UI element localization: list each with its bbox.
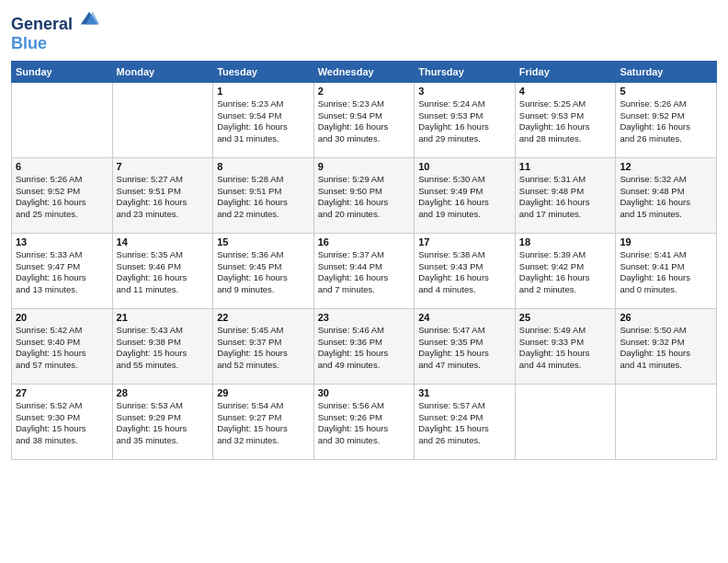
calendar-cell: 28Sunrise: 5:53 AMSunset: 9:29 PMDayligh… (112, 384, 213, 459)
day-number: 1 (217, 86, 310, 97)
calendar-cell (112, 82, 213, 157)
header: General Blue (11, 9, 717, 53)
day-number: 29 (217, 387, 310, 398)
day-info: Sunrise: 5:45 AMSunset: 9:37 PMDaylight:… (217, 325, 310, 372)
calendar-cell: 29Sunrise: 5:54 AMSunset: 9:27 PMDayligh… (213, 384, 314, 459)
logo-icon (79, 9, 99, 29)
day-info: Sunrise: 5:57 AMSunset: 9:24 PMDaylight:… (418, 400, 511, 447)
day-info: Sunrise: 5:39 AMSunset: 9:42 PMDaylight:… (519, 249, 612, 296)
day-number: 5 (620, 86, 712, 97)
calendar-cell: 25Sunrise: 5:49 AMSunset: 9:33 PMDayligh… (515, 308, 616, 384)
calendar-cell: 2Sunrise: 5:23 AMSunset: 9:54 PMDaylight… (313, 82, 415, 157)
day-info: Sunrise: 5:36 AMSunset: 9:45 PMDaylight:… (217, 249, 310, 296)
day-info: Sunrise: 5:42 AMSunset: 9:40 PMDaylight:… (16, 325, 108, 372)
calendar-cell: 1Sunrise: 5:23 AMSunset: 9:54 PMDaylight… (213, 82, 314, 157)
calendar-cell: 20Sunrise: 5:42 AMSunset: 9:40 PMDayligh… (12, 308, 113, 384)
header-saturday: Saturday (616, 61, 717, 82)
page-container: General Blue SundayMondayTuesdayWednesda… (0, 0, 728, 563)
calendar-cell: 4Sunrise: 5:25 AMSunset: 9:53 PMDaylight… (515, 82, 616, 157)
day-number: 27 (16, 387, 108, 398)
day-number: 11 (519, 161, 612, 172)
calendar-cell: 23Sunrise: 5:46 AMSunset: 9:36 PMDayligh… (313, 308, 415, 384)
day-number: 8 (217, 161, 310, 172)
calendar-cell: 24Sunrise: 5:47 AMSunset: 9:35 PMDayligh… (415, 308, 516, 384)
day-info: Sunrise: 5:27 AMSunset: 9:51 PMDaylight:… (117, 174, 210, 221)
calendar-cell: 17Sunrise: 5:38 AMSunset: 9:43 PMDayligh… (415, 233, 516, 308)
header-sunday: Sunday (12, 61, 113, 82)
day-number: 28 (117, 387, 210, 398)
logo-blue: Blue (11, 34, 99, 53)
calendar-cell: 21Sunrise: 5:43 AMSunset: 9:38 PMDayligh… (112, 308, 213, 384)
calendar-cell: 12Sunrise: 5:32 AMSunset: 9:48 PMDayligh… (616, 157, 717, 233)
day-info: Sunrise: 5:25 AMSunset: 9:53 PMDaylight:… (519, 98, 612, 145)
calendar-cell: 14Sunrise: 5:35 AMSunset: 9:46 PMDayligh… (112, 233, 213, 308)
day-number: 25 (519, 312, 612, 323)
day-info: Sunrise: 5:41 AMSunset: 9:41 PMDaylight:… (620, 249, 712, 296)
day-number: 2 (318, 86, 411, 97)
day-info: Sunrise: 5:43 AMSunset: 9:38 PMDaylight:… (117, 325, 210, 372)
day-number: 30 (318, 387, 411, 398)
logo: General Blue (11, 9, 99, 53)
day-number: 31 (418, 387, 511, 398)
calendar-table: SundayMondayTuesdayWednesdayThursdayFrid… (11, 61, 717, 460)
day-info: Sunrise: 5:37 AMSunset: 9:44 PMDaylight:… (318, 249, 411, 296)
calendar-cell: 9Sunrise: 5:29 AMSunset: 9:50 PMDaylight… (313, 157, 415, 233)
calendar-cell: 11Sunrise: 5:31 AMSunset: 9:48 PMDayligh… (515, 157, 616, 233)
week-row-3: 20Sunrise: 5:42 AMSunset: 9:40 PMDayligh… (12, 308, 717, 384)
day-info: Sunrise: 5:26 AMSunset: 9:52 PMDaylight:… (16, 174, 108, 221)
day-number: 6 (16, 161, 108, 172)
day-number: 13 (16, 236, 108, 247)
day-number: 23 (318, 312, 411, 323)
header-thursday: Thursday (415, 61, 516, 82)
day-info: Sunrise: 5:31 AMSunset: 9:48 PMDaylight:… (519, 174, 612, 221)
day-number: 9 (318, 161, 411, 172)
calendar-cell (616, 384, 717, 459)
calendar-header-row: SundayMondayTuesdayWednesdayThursdayFrid… (12, 61, 717, 82)
calendar-cell: 31Sunrise: 5:57 AMSunset: 9:24 PMDayligh… (415, 384, 516, 459)
day-info: Sunrise: 5:56 AMSunset: 9:26 PMDaylight:… (318, 400, 411, 447)
day-number: 22 (217, 312, 310, 323)
week-row-1: 6Sunrise: 5:26 AMSunset: 9:52 PMDaylight… (12, 157, 717, 233)
day-number: 3 (418, 86, 511, 97)
calendar-cell: 8Sunrise: 5:28 AMSunset: 9:51 PMDaylight… (213, 157, 314, 233)
day-number: 15 (217, 236, 310, 247)
day-info: Sunrise: 5:35 AMSunset: 9:46 PMDaylight:… (117, 249, 210, 296)
header-tuesday: Tuesday (213, 61, 314, 82)
day-number: 20 (16, 312, 108, 323)
day-info: Sunrise: 5:23 AMSunset: 9:54 PMDaylight:… (318, 98, 411, 145)
day-number: 10 (418, 161, 511, 172)
day-number: 7 (117, 161, 210, 172)
day-info: Sunrise: 5:47 AMSunset: 9:35 PMDaylight:… (418, 325, 511, 372)
calendar-cell: 10Sunrise: 5:30 AMSunset: 9:49 PMDayligh… (415, 157, 516, 233)
calendar-cell: 13Sunrise: 5:33 AMSunset: 9:47 PMDayligh… (12, 233, 113, 308)
day-info: Sunrise: 5:50 AMSunset: 9:32 PMDaylight:… (620, 325, 712, 372)
calendar-cell: 22Sunrise: 5:45 AMSunset: 9:37 PMDayligh… (213, 308, 314, 384)
day-info: Sunrise: 5:46 AMSunset: 9:36 PMDaylight:… (318, 325, 411, 372)
header-friday: Friday (515, 61, 616, 82)
day-info: Sunrise: 5:52 AMSunset: 9:30 PMDaylight:… (16, 400, 108, 447)
day-info: Sunrise: 5:24 AMSunset: 9:53 PMDaylight:… (418, 98, 511, 145)
calendar-cell: 5Sunrise: 5:26 AMSunset: 9:52 PMDaylight… (616, 82, 717, 157)
calendar-cell: 15Sunrise: 5:36 AMSunset: 9:45 PMDayligh… (213, 233, 314, 308)
week-row-4: 27Sunrise: 5:52 AMSunset: 9:30 PMDayligh… (12, 384, 717, 459)
day-number: 24 (418, 312, 511, 323)
day-number: 21 (117, 312, 210, 323)
day-number: 16 (318, 236, 411, 247)
day-info: Sunrise: 5:53 AMSunset: 9:29 PMDaylight:… (117, 400, 210, 447)
day-info: Sunrise: 5:49 AMSunset: 9:33 PMDaylight:… (519, 325, 612, 372)
day-info: Sunrise: 5:33 AMSunset: 9:47 PMDaylight:… (16, 249, 108, 296)
calendar-cell: 3Sunrise: 5:24 AMSunset: 9:53 PMDaylight… (415, 82, 516, 157)
logo-text: General (11, 9, 99, 34)
day-number: 4 (519, 86, 612, 97)
header-wednesday: Wednesday (313, 61, 415, 82)
calendar-cell: 7Sunrise: 5:27 AMSunset: 9:51 PMDaylight… (112, 157, 213, 233)
day-number: 12 (620, 161, 712, 172)
day-info: Sunrise: 5:30 AMSunset: 9:49 PMDaylight:… (418, 174, 511, 221)
calendar-cell (12, 82, 113, 157)
day-number: 18 (519, 236, 612, 247)
calendar-cell: 6Sunrise: 5:26 AMSunset: 9:52 PMDaylight… (12, 157, 113, 233)
day-number: 14 (117, 236, 210, 247)
day-info: Sunrise: 5:23 AMSunset: 9:54 PMDaylight:… (217, 98, 310, 145)
day-info: Sunrise: 5:54 AMSunset: 9:27 PMDaylight:… (217, 400, 310, 447)
calendar-cell: 30Sunrise: 5:56 AMSunset: 9:26 PMDayligh… (313, 384, 415, 459)
